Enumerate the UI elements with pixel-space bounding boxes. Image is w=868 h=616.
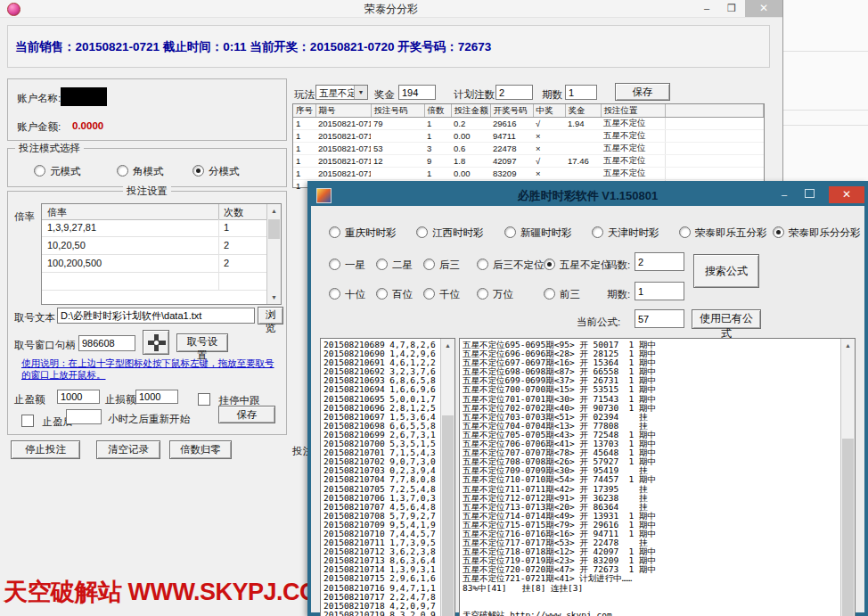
bet-cell: ×: [533, 143, 565, 155]
bet-cell: 0.6: [451, 143, 490, 155]
window-title: 荣泰分分彩: [0, 2, 782, 17]
bet-row[interactable]: 120150821-07181291.842097√17.46五星不定位: [293, 155, 764, 168]
reset-multiplier-button[interactable]: 倍数归零: [169, 440, 232, 459]
handle-input[interactable]: [78, 335, 135, 351]
game-option[interactable]: 荣泰即乐分分彩: [773, 224, 861, 238]
radio-icon: [544, 259, 555, 270]
pause-follow-label: 挂停中跟: [218, 395, 259, 406]
window-bisheng: 必胜时时彩软件 V1.150801 – ✕ 重庆时时彩江西时时彩新疆时时彩天津时…: [307, 181, 868, 616]
stop-loss-input[interactable]: [135, 390, 178, 404]
close-button[interactable]: ✕: [829, 186, 864, 203]
stop-profit-input[interactable]: [57, 390, 100, 404]
radio-icon: [679, 226, 691, 238]
position-option[interactable]: 前三: [544, 285, 580, 300]
minimize-button[interactable]: –: [774, 186, 795, 203]
plan-count-input[interactable]: [495, 85, 533, 100]
play-type-select[interactable]: 五星不定位: [315, 85, 368, 100]
period-label: 期数:: [607, 288, 630, 301]
stop-betting-button[interactable]: 停止投注: [11, 440, 80, 459]
game-option[interactable]: 重庆时时彩: [329, 224, 397, 238]
fetch-setup-button[interactable]: 取号设置: [176, 333, 228, 352]
radio-icon: [504, 226, 516, 238]
account-name-redacted: [61, 87, 107, 106]
bet-type-option[interactable]: 后三不定位: [477, 256, 545, 270]
position-option[interactable]: 十位: [329, 285, 365, 300]
minimize-button[interactable]: –: [695, 0, 718, 17]
current-formula-input[interactable]: [635, 309, 684, 328]
mode-option[interactable]: 元模式: [34, 162, 81, 177]
crosshair-center: [154, 341, 159, 345]
prize-input[interactable]: [398, 85, 436, 100]
rate-row[interactable]: 1,3,9,27,811: [42, 219, 267, 237]
clear-records-button[interactable]: 清空记录: [96, 440, 160, 459]
save-settings-button[interactable]: 保存: [218, 406, 275, 423]
result-list-scrollbar[interactable]: [840, 339, 855, 616]
game-option[interactable]: 天津时时彩: [592, 224, 659, 238]
bet-cell: [665, 168, 764, 180]
mode-option[interactable]: 角模式: [117, 162, 164, 177]
scroll-up-icon[interactable]: [441, 339, 454, 352]
bet-type-option[interactable]: 后三: [423, 256, 460, 270]
bet-history-table[interactable]: 序号期号投注号码倍数投注金额开奖号码中奖奖金投注位置 120150821-071…: [292, 103, 765, 188]
rate-table-scrollbar[interactable]: [266, 204, 281, 304]
titlebar[interactable]: 荣泰分分彩 – ❒ ✕: [0, 0, 782, 18]
rate-table-body[interactable]: 1,3,9,27,81110,20,502100,200,5002: [42, 219, 267, 304]
maximize-button[interactable]: ❒: [720, 0, 743, 17]
chevron-down-icon[interactable]: [354, 86, 367, 99]
radio-icon: [544, 288, 555, 300]
search-formula-button[interactable]: 搜索公式: [693, 254, 759, 288]
use-formula-button[interactable]: 使用已有公式: [692, 309, 761, 329]
scroll-up-icon[interactable]: [841, 339, 855, 352]
bet-row[interactable]: 120150821-07157910.229616√1.94五星不定位: [293, 118, 764, 130]
plan-result-list[interactable]: 五星不定位695-0695期<95> 开 50017 1 期中五星不定位696-…: [459, 338, 856, 616]
maximize-icon: [805, 189, 815, 198]
rate-row[interactable]: [42, 273, 267, 291]
bet-row[interactable]: 120150821-071910.0083209×五星不定位: [293, 168, 764, 180]
resume-hours-input[interactable]: [66, 409, 102, 424]
position-option[interactable]: 千位: [423, 285, 460, 300]
bet-type-option[interactable]: 二星: [376, 256, 413, 270]
titlebar[interactable]: 必胜时时彩软件 V1.150801 – ✕: [311, 185, 864, 206]
scroll-up-icon[interactable]: [267, 204, 281, 218]
bet-row[interactable]: 120150821-07175330.622478×五星不定位: [293, 143, 764, 155]
close-button[interactable]: ✕: [745, 0, 782, 17]
rate-row[interactable]: 10,20,502: [42, 237, 267, 255]
draw-number-list[interactable]: 201508210689 4,7,8,2,6201508210690 1,4,2…: [320, 338, 455, 616]
draw-list-scrollbar[interactable]: [440, 339, 454, 616]
bet-type-option[interactable]: 一星: [329, 256, 365, 270]
checkbox-icon: [21, 415, 34, 427]
fetch-text-label: 取号文本: [14, 311, 55, 324]
game-option[interactable]: 江西时时彩: [416, 224, 484, 238]
bet-cell: 17.46: [565, 155, 601, 168]
bet-type-option[interactable]: 五星不定位: [544, 256, 611, 270]
bet-cell: ×: [533, 130, 565, 143]
scroll-down-icon[interactable]: [267, 291, 281, 304]
crosshair-drag-icon[interactable]: [143, 330, 169, 355]
code-count-input[interactable]: [635, 252, 684, 271]
maximize-button[interactable]: [798, 186, 820, 203]
browse-button[interactable]: 浏览: [258, 307, 283, 324]
bet-col-header: 期号: [315, 104, 371, 118]
position-option[interactable]: 百位: [376, 285, 413, 300]
bet-col-header: 序号: [293, 104, 315, 118]
game-option[interactable]: 新疆时时彩: [504, 224, 572, 238]
period-count-input[interactable]: [565, 85, 597, 100]
bet-cell: 1: [293, 118, 315, 130]
save-plan-button[interactable]: 保存: [615, 83, 670, 101]
scrollbar-thumb[interactable]: [268, 219, 280, 239]
period-input[interactable]: [635, 282, 684, 300]
bet-cell: 1: [293, 143, 315, 155]
game-option[interactable]: 荣泰即乐五分彩: [679, 224, 767, 238]
bet-cell: 五星不定位: [601, 130, 665, 143]
position-option[interactable]: 万位: [477, 285, 513, 300]
bet-row[interactable]: 120150821-071610.0094711×五星不定位: [293, 130, 764, 143]
radio-label: 二星: [392, 259, 413, 270]
scrollbar-thumb[interactable]: [442, 415, 454, 616]
bet-cell: 29616: [490, 118, 533, 130]
mode-option[interactable]: 分模式: [192, 162, 240, 177]
fetch-path-input[interactable]: [57, 308, 255, 324]
bet-cell: 12: [371, 155, 424, 168]
scrollbar-thumb[interactable]: [842, 439, 854, 616]
rate-row[interactable]: 100,200,5002: [42, 255, 267, 273]
rate-table: 倍率 次数 1,3,9,27,81110,20,502100,200,5002: [41, 203, 282, 305]
